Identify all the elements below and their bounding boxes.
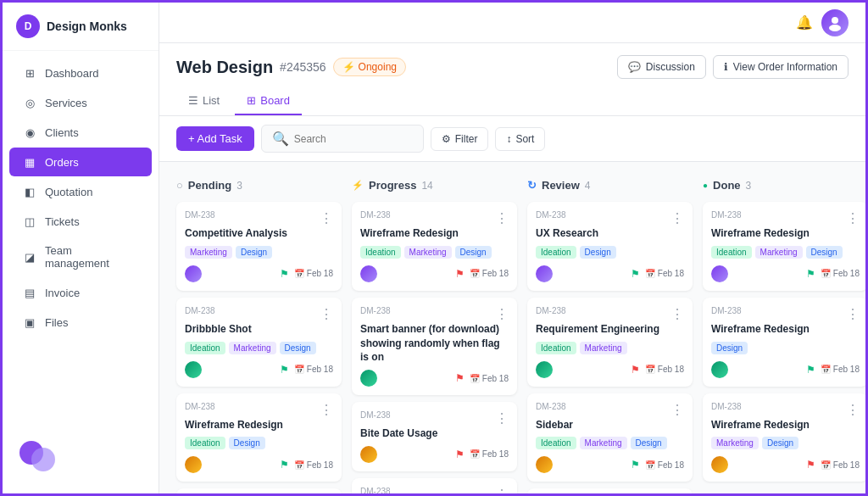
project-title: Web Design: [176, 58, 273, 77]
card[interactable]: DM-238 ⋮ Wireframe Redesign IdeationMark…: [703, 202, 865, 291]
sidebar-item-label: Files: [45, 316, 68, 329]
search-input[interactable]: [294, 133, 413, 145]
sidebar-item-tickets[interactable]: ◫ Tickets: [9, 207, 152, 236]
quotation-icon: ◧: [23, 185, 36, 198]
flag-icon: ⚑: [631, 364, 640, 376]
search-box[interactable]: 🔍: [261, 125, 424, 153]
card-tags: MarketingDesign: [185, 246, 333, 259]
main-content: 🔔 Web Design #245356 ⚡ Ongoing 💬 Disc: [159, 3, 865, 493]
card-more-button[interactable]: ⋮: [846, 306, 860, 322]
flag-icon: ⚑: [280, 364, 289, 376]
sidebar-item-quotation[interactable]: ◧ Quotation: [9, 177, 152, 206]
card-more-button[interactable]: ⋮: [846, 402, 860, 418]
card-more-button[interactable]: ⋮: [320, 210, 333, 226]
card-more-button[interactable]: ⋮: [670, 306, 684, 322]
card-footer: ⚑ 📅 Feb 18: [711, 265, 860, 282]
card-tag: Design: [455, 246, 492, 259]
avatar: [536, 265, 553, 282]
card-id: DM-238: [185, 402, 215, 411]
brand-name: Design Monks: [47, 20, 127, 33]
card-more-button[interactable]: ⋮: [495, 487, 509, 493]
card[interactable]: DM-238 ⋮ Requirement Engineering Ideatio…: [527, 298, 693, 387]
card[interactable]: DM-238 ⋮ Smart banner (for download) sho…: [352, 298, 517, 395]
files-icon: ▣: [23, 315, 36, 329]
avatar: [185, 265, 202, 282]
card-title: Requirement Engineering: [536, 322, 684, 337]
notifications-icon[interactable]: 🔔: [796, 14, 813, 31]
card[interactable]: DM-238 ⋮ Wireframe Redesign IdeationDesi…: [527, 488, 693, 493]
discussion-button[interactable]: 💬 Discussion: [617, 55, 706, 79]
svg-point-1: [31, 448, 55, 471]
card-tag: Marketing: [404, 246, 452, 259]
add-task-button[interactable]: + Add Task: [176, 126, 254, 151]
sidebar-item-orders[interactable]: ▦ Orders: [9, 148, 152, 176]
tab-board[interactable]: ⊞ Board: [235, 87, 302, 115]
card-date: 📅 Feb 18: [470, 449, 509, 459]
sidebar-item-files[interactable]: ▣ Files: [9, 308, 152, 337]
card-title: Smart banner (for download) showing rand…: [360, 322, 509, 365]
card[interactable]: DM-238 ⋮ Dribbble Shot IdeationMarketing…: [176, 298, 342, 387]
card-title-row: DM-238 ⋮: [360, 210, 509, 226]
header-buttons: 💬 Discussion ℹ View Order Information: [617, 55, 849, 79]
col-header-pending: Pending 3: [176, 176, 342, 195]
sidebar-nav: ⊞ Dashboard ◎ Services ◉ Clients ▦ Order…: [3, 51, 159, 421]
filter-button[interactable]: ⚙ Filter: [431, 127, 489, 151]
card-tag: Ideation: [711, 246, 752, 259]
flag-icon: ⚑: [631, 459, 640, 471]
card-date: 📅 Feb 18: [294, 365, 333, 374]
avatar: [536, 456, 553, 473]
card[interactable]: DM-238 ⋮ Wireframe Redesign Design ⚑ 📅 F…: [703, 298, 865, 387]
sidebar-item-dashboard[interactable]: ⊞ Dashboard: [9, 59, 152, 87]
card-more-button[interactable]: ⋮: [495, 306, 509, 322]
card-more-button[interactable]: ⋮: [846, 210, 860, 226]
col-header-review: Review 4: [527, 176, 693, 195]
sort-button[interactable]: ↕ Sort: [495, 127, 545, 151]
sidebar-item-services[interactable]: ◎ Services: [9, 88, 152, 117]
sidebar-item-label: Invoice: [45, 287, 80, 299]
card-footer: ⚑ 📅 Feb 18: [711, 456, 860, 473]
col-count-pending: 3: [236, 180, 242, 192]
card-meta: ⚑ 📅 Feb 18: [455, 372, 509, 384]
card[interactable]: DM-238 ⋮ Competitive Analysis MarketingD…: [176, 202, 342, 291]
card-more-button[interactable]: ⋮: [670, 402, 684, 418]
card-tag: Design: [631, 437, 667, 449]
user-avatar[interactable]: [821, 9, 849, 36]
card-more-button[interactable]: ⋮: [495, 410, 509, 426]
calendar-icon: 📅: [470, 374, 480, 383]
card-tags: IdeationMarketingDesign: [536, 437, 684, 449]
calendar-icon: 📅: [821, 365, 831, 374]
card-tag: Ideation: [536, 246, 576, 259]
calendar-icon: 📅: [821, 460, 831, 470]
card-meta: ⚑ 📅 Feb 18: [631, 459, 684, 471]
sidebar-item-label: Team management: [45, 244, 138, 270]
card[interactable]: DM-238 ⋮ UX Research IdeationDesign ⚑ 📅 …: [527, 202, 693, 291]
sidebar-item-invoice[interactable]: ▤ Invoice: [9, 278, 152, 307]
card[interactable]: DM-238 ⋮ Bite Date Usage ⚑ 📅 Feb 18: [352, 402, 517, 471]
card[interactable]: DM-238 ⋮ Wireframe Redesign Marketing ⚑ …: [352, 478, 517, 493]
card-more-button[interactable]: ⋮: [495, 210, 509, 226]
card[interactable]: DM-238 ⋮ Wireframe Redesign IdeationMark…: [352, 202, 517, 291]
card-id: DM-238: [536, 402, 566, 411]
card-more-button[interactable]: ⋮: [670, 210, 684, 226]
card[interactable]: DM-238 ⋮ Design System | Typography Idea…: [176, 488, 342, 493]
sidebar-item-clients[interactable]: ◉ Clients: [9, 118, 152, 147]
svg-point-2: [832, 17, 838, 24]
card[interactable]: DM-238 ⋮ Wireframe Redesign MarketingDes…: [703, 393, 865, 482]
card[interactable]: DM-238 ⋮ Sidebar IdeationMarketingDesign…: [527, 393, 693, 482]
card[interactable]: DM-238 ⋮ Wireframe Redesign IdeationDesi…: [176, 393, 342, 482]
card-tag: Marketing: [755, 246, 803, 259]
column-done: Done 3 DM-238 ⋮ Wireframe Redesign Ideat…: [703, 176, 865, 480]
avatar: [711, 361, 728, 378]
card-tag: Design: [229, 437, 265, 449]
info-icon: ℹ: [724, 61, 728, 73]
card-id: DM-238: [185, 210, 215, 220]
card-more-button[interactable]: ⋮: [320, 306, 333, 322]
tab-list[interactable]: ☰ List: [176, 87, 231, 115]
card-date: 📅 Feb 18: [821, 269, 860, 278]
view-order-button[interactable]: ℹ View Order Information: [713, 55, 849, 79]
calendar-icon: 📅: [645, 269, 655, 278]
sidebar-item-team[interactable]: ◪ Team management: [9, 237, 152, 277]
card-more-button[interactable]: ⋮: [320, 402, 333, 418]
card-meta: ⚑ 📅 Feb 18: [280, 459, 333, 471]
col-header-done: Done 3: [703, 176, 865, 195]
